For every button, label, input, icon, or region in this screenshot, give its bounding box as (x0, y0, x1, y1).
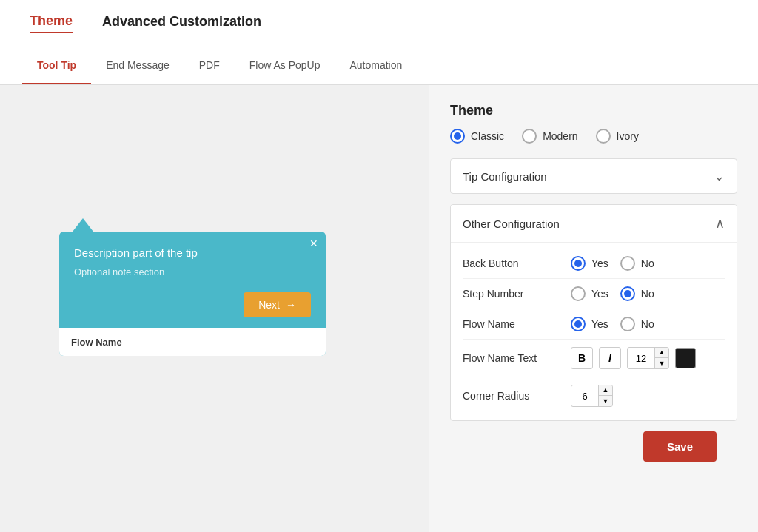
font-size-up-button[interactable]: ▲ (655, 348, 668, 358)
corner-radius-input[interactable] (571, 388, 598, 405)
back-button-yes-label: Yes (591, 257, 608, 269)
theme-options: Classic Modern Ivory (450, 129, 737, 144)
back-button-no[interactable]: No (620, 256, 654, 271)
radio-modern[interactable]: Modern (522, 129, 577, 144)
theme-section-title: Theme (450, 103, 737, 118)
italic-button[interactable]: I (599, 347, 621, 369)
nav-tab-pdf[interactable]: PDF (184, 47, 235, 84)
tooltip-description: Description part of the tip (74, 246, 311, 259)
next-button[interactable]: Next → (244, 292, 311, 317)
config-row-flow-name-text: Flow Name Text B I ▲ ▼ (463, 340, 725, 377)
flow-name-row-label: Flow Name (463, 318, 559, 330)
nav-tab-tooltip[interactable]: Tool Tip (22, 47, 91, 84)
config-row-flow-name: Flow Name Yes No (463, 309, 725, 340)
corner-radius-up-button[interactable]: ▲ (599, 385, 612, 396)
tooltip-preview: ✕ Description part of the tip Optional n… (59, 218, 326, 356)
nav-tab-flowaspopup[interactable]: Flow As PopUp (235, 47, 335, 84)
flow-name-no[interactable]: No (620, 317, 654, 331)
preview-area: ✕ Description part of the tip Optional n… (0, 85, 429, 532)
radio-classic-label: Classic (471, 130, 504, 142)
step-number-yes-no: Yes No (571, 286, 654, 301)
tooltip-arrow (73, 218, 93, 232)
other-config-title: Other Configuration (463, 218, 560, 230)
back-button-yes[interactable]: Yes (571, 256, 608, 271)
back-button-label: Back Button (463, 257, 559, 269)
tip-config-dropdown-section: Tip Configuration ⌄ (450, 158, 737, 194)
back-button-no-radio[interactable] (620, 256, 635, 271)
tab-advanced-customization[interactable]: Advanced Customization (102, 14, 261, 33)
bold-button[interactable]: B (571, 347, 593, 369)
flow-name-no-label: No (641, 318, 654, 330)
flow-name-no-radio[interactable] (620, 317, 635, 331)
corner-radius-label: Corner Radius (463, 390, 559, 402)
config-row-corner-radius: Corner Radius ▲ ▼ (463, 377, 725, 414)
step-number-label: Step Number (463, 288, 559, 300)
flow-name-yes-label: Yes (591, 318, 608, 330)
corner-radius-spinners: ▲ ▼ (598, 385, 612, 406)
font-size-down-button[interactable]: ▼ (655, 358, 668, 368)
color-swatch[interactable] (675, 348, 696, 368)
radio-modern-circle[interactable] (522, 129, 537, 144)
tooltip-footer: Flow Name (59, 328, 326, 356)
font-size-input-group: ▲ ▼ (627, 347, 669, 369)
radio-ivory-circle[interactable] (596, 129, 611, 144)
tab-theme[interactable]: Theme (30, 13, 73, 33)
flow-name-yes-no: Yes No (571, 317, 654, 331)
tooltip-box: ✕ Description part of the tip Optional n… (59, 232, 326, 356)
config-row-back-button: Back Button Yes No (463, 249, 725, 279)
nav-tab-endmessage[interactable]: End Message (91, 47, 184, 84)
flow-name-text-label: Flow Name Text (463, 352, 559, 364)
step-number-no-label: No (641, 288, 654, 300)
font-size-spinners: ▲ ▼ (654, 348, 668, 368)
config-row-step-number: Step Number Yes No (463, 279, 725, 309)
corner-radius-input-group: ▲ ▼ (571, 385, 613, 407)
app-container: Theme Advanced Customization Tool Tip En… (0, 0, 758, 532)
step-number-no-radio[interactable] (620, 286, 635, 301)
nav-tabs: Tool Tip End Message PDF Flow As PopUp A… (0, 47, 758, 85)
save-button[interactable]: Save (643, 431, 717, 462)
top-bar: Theme Advanced Customization (0, 0, 758, 47)
step-number-no[interactable]: No (620, 286, 654, 301)
other-config-header[interactable]: Other Configuration ∧ (451, 205, 737, 243)
tip-config-label: Tip Configuration (463, 170, 547, 183)
corner-radius-down-button[interactable]: ▼ (599, 396, 612, 406)
radio-classic-circle[interactable] (450, 129, 465, 144)
arrow-right-icon: → (286, 299, 296, 311)
chevron-down-icon: ⌄ (714, 168, 725, 184)
back-button-yes-no: Yes No (571, 256, 654, 271)
save-btn-row: Save (450, 421, 737, 472)
tip-config-dropdown[interactable]: Tip Configuration ⌄ (450, 158, 737, 194)
back-button-yes-radio[interactable] (571, 256, 586, 271)
main-content: ✕ Description part of the tip Optional n… (0, 85, 758, 532)
step-number-yes[interactable]: Yes (571, 286, 608, 301)
chevron-up-icon: ∧ (715, 215, 725, 232)
font-size-input[interactable] (628, 350, 654, 367)
text-controls: B I ▲ ▼ (571, 347, 696, 369)
radio-classic[interactable]: Classic (450, 129, 504, 144)
close-icon[interactable]: ✕ (309, 238, 318, 249)
theme-section: Theme Classic Modern Ivory (450, 103, 737, 144)
step-number-yes-label: Yes (591, 288, 608, 300)
config-rows: Back Button Yes No (451, 243, 737, 420)
radio-modern-label: Modern (543, 130, 577, 142)
flow-name-yes-radio[interactable] (571, 317, 586, 331)
flow-name-label: Flow Name (71, 337, 122, 348)
nav-tab-automation[interactable]: Automation (335, 47, 417, 84)
back-button-no-label: No (641, 257, 654, 269)
tooltip-note: Optional note section (74, 266, 311, 277)
config-panel: Theme Classic Modern Ivory (429, 85, 758, 532)
radio-ivory[interactable]: Ivory (596, 129, 639, 144)
radio-ivory-label: Ivory (617, 130, 639, 142)
flow-name-yes[interactable]: Yes (571, 317, 608, 331)
step-number-yes-radio[interactable] (571, 286, 586, 301)
other-config-section: Other Configuration ∧ Back Button Yes (450, 204, 737, 421)
